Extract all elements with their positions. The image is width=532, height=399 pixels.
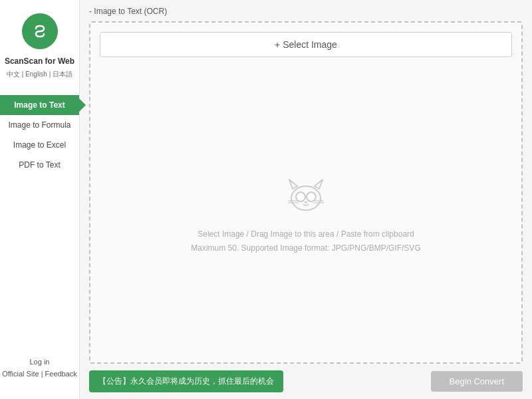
sidebar-item-pdf-to-text[interactable]: PDF to Text xyxy=(0,155,79,175)
drop-instructions: Select Image / Drag Image to this area /… xyxy=(191,227,420,255)
sidebar-item-image-to-excel[interactable]: Image to Excel xyxy=(0,135,79,155)
svg-point-5 xyxy=(307,192,316,201)
sidebar-item-image-to-formula[interactable]: Image to Formula xyxy=(0,115,79,135)
select-image-button[interactable]: + Select Image xyxy=(100,32,512,57)
svg-point-7 xyxy=(305,201,307,203)
sidebar-item-image-to-text[interactable]: Image to Text xyxy=(0,95,79,115)
sidebar: ScanScan for Web 中文 | English | 日本語 Imag… xyxy=(0,0,80,399)
logo-icon xyxy=(28,19,52,43)
bottom-bar: 【公告】永久会员即将成为历史，抓住最后的机会 Begin Convert xyxy=(89,370,523,392)
promo-button[interactable]: 【公告】永久会员即将成为历史，抓住最后的机会 xyxy=(89,370,283,392)
svg-marker-2 xyxy=(289,180,297,189)
page-title: - Image to Text (OCR) xyxy=(89,7,523,16)
drop-zone[interactable]: Select Image / Drag Image to this area /… xyxy=(90,64,521,362)
begin-convert-button[interactable]: Begin Convert xyxy=(431,371,523,392)
official-site-link[interactable]: Official Site xyxy=(2,370,39,378)
svg-point-4 xyxy=(296,192,305,201)
drop-zone-icon xyxy=(283,172,329,218)
login-link[interactable]: Log in xyxy=(30,358,50,366)
language-selector[interactable]: 中文 | English | 日本語 xyxy=(7,70,72,79)
main-content: - Image to Text (OCR) + Select Image xyxy=(80,0,532,399)
svg-marker-3 xyxy=(315,180,323,189)
app-logo xyxy=(22,13,58,49)
upload-area[interactable]: + Select Image xyxy=(89,21,523,364)
sidebar-bottom: Log in Official Site | Feedback xyxy=(2,355,77,386)
nav-menu: Image to Text Image to Formula Image to … xyxy=(0,95,79,175)
feedback-link[interactable]: Feedback xyxy=(45,370,77,378)
app-name: ScanScan for Web xyxy=(5,56,74,67)
